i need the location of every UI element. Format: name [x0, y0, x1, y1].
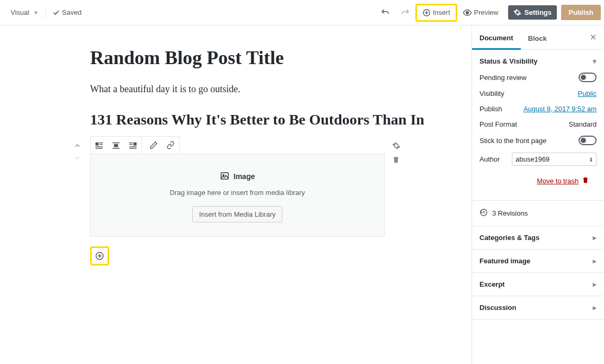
saved-status: Saved: [47, 5, 87, 20]
svg-point-3: [466, 11, 468, 14]
post-format-label: Post Format: [479, 120, 517, 128]
insert-from-media-library-button[interactable]: Insert from Media Library: [192, 206, 283, 223]
block-mover: [73, 141, 82, 164]
panel-categories[interactable]: Categories & Tags ▸: [472, 226, 604, 250]
image-label-row: Image: [220, 171, 255, 182]
trash-icon: [582, 176, 589, 185]
link-button[interactable]: [162, 137, 179, 154]
align-group: [91, 137, 142, 154]
publish-value-link[interactable]: August 8, 2017 9:52 am: [523, 105, 597, 113]
block-settings-icon[interactable]: [392, 141, 401, 152]
visual-label: Visual: [11, 8, 29, 16]
svg-point-18: [223, 174, 224, 175]
image-dropzone[interactable]: Image Drag image here or insert from med…: [91, 154, 384, 236]
post-heading[interactable]: 131 Reasons Why It's Better to Be Outdoo…: [90, 110, 461, 130]
sidebar: Document Block ✕ Status & Visibility ▾ P…: [472, 25, 604, 364]
align-right-button[interactable]: [125, 137, 141, 154]
main-wrap: Random Blog Post Title What a beautiful …: [0, 25, 604, 364]
panel-excerpt[interactable]: Excerpt ▸: [472, 273, 604, 296]
chevron-down-icon: ▼: [33, 10, 38, 15]
post-format-value: Standard: [569, 120, 597, 128]
image-block[interactable]: Image Drag image here or insert from med…: [90, 154, 385, 237]
author-value: abuse1969: [516, 155, 549, 163]
preview-button[interactable]: Preview: [457, 5, 504, 21]
redo-button[interactable]: [395, 5, 415, 21]
svg-rect-14: [129, 144, 132, 145]
insert-button-highlighted: Insert: [415, 4, 457, 22]
select-caret-icon: ▲▼: [589, 157, 593, 162]
post-format-row: Post Format Standard: [479, 120, 597, 128]
panel-status: Status & Visibility ▾ Pending review Vis…: [472, 50, 604, 201]
image-label: Image: [234, 172, 255, 181]
tab-document[interactable]: Document: [472, 25, 521, 50]
visual-mode-dropdown[interactable]: Visual ▼: [5, 5, 43, 20]
align-left-button[interactable]: [91, 137, 108, 154]
move-down-button[interactable]: [73, 154, 82, 164]
panel-revisions[interactable]: 3 Revisions: [472, 201, 604, 226]
svg-rect-5: [100, 143, 103, 144]
chevron-right-icon: ▸: [593, 304, 597, 312]
publish-row: Publish August 8, 2017 9:52 am: [479, 105, 597, 113]
publish-button[interactable]: Publish: [561, 5, 601, 20]
check-icon: [52, 9, 60, 16]
top-toolbar: Visual ▼ Saved Insert Preview: [0, 0, 604, 25]
close-icon: ✕: [590, 33, 597, 42]
move-to-trash-link[interactable]: Move to trash: [537, 177, 579, 185]
top-toolbar-right: Insert Preview Settings Publish: [375, 4, 601, 22]
panel-revisions-header[interactable]: 3 Revisions: [472, 201, 604, 226]
sidebar-tabs: Document Block ✕: [472, 25, 604, 50]
image-icon: [220, 171, 229, 182]
edit-button[interactable]: [145, 137, 162, 154]
preview-label: Preview: [474, 8, 499, 16]
panel-featured-title: Featured image: [479, 257, 530, 265]
settings-button[interactable]: Settings: [508, 5, 557, 20]
chevron-right-icon: ▸: [593, 257, 597, 265]
panel-categories-title: Categories & Tags: [479, 234, 539, 242]
undo-button[interactable]: [375, 5, 395, 21]
svg-rect-12: [134, 143, 137, 146]
pending-review-label: Pending review: [479, 74, 527, 82]
image-hint: Drag image here or insert from media lib…: [101, 189, 374, 197]
history-icon: [479, 208, 488, 218]
panel-discussion[interactable]: Discussion ▸: [472, 296, 604, 319]
block-delete-icon[interactable]: [392, 156, 401, 165]
visibility-row: Visibility Public: [479, 90, 597, 97]
panel-status-header[interactable]: Status & Visibility ▾: [472, 50, 604, 73]
insert-label: Insert: [433, 8, 450, 16]
tab-block[interactable]: Block: [521, 26, 554, 49]
move-up-button[interactable]: [73, 141, 82, 152]
post-paragraph[interactable]: What a beautiful day it is to go outside…: [90, 84, 461, 95]
panel-featured[interactable]: Featured image ▸: [472, 250, 604, 273]
stick-row: Stick to the front page: [479, 136, 597, 145]
svg-rect-4: [95, 143, 99, 146]
author-select[interactable]: abuse1969 ▲▼: [512, 153, 597, 166]
divider: [45, 7, 46, 19]
panel-discussion-title: Discussion: [479, 304, 516, 312]
revisions-label: 3 Revisions: [492, 209, 528, 217]
pending-review-row: Pending review: [479, 73, 597, 82]
sidebar-close-button[interactable]: ✕: [582, 32, 604, 42]
saved-label: Saved: [62, 8, 82, 16]
svg-rect-9: [112, 143, 120, 144]
stick-label: Stick to the front page: [479, 137, 546, 145]
svg-rect-16: [129, 148, 137, 149]
visibility-value-link[interactable]: Public: [578, 90, 597, 97]
svg-rect-13: [129, 143, 132, 144]
insert-button[interactable]: Insert: [417, 5, 456, 20]
add-block-button-highlighted[interactable]: [90, 246, 109, 265]
block-toolbar: [90, 136, 180, 154]
chevron-right-icon: ▸: [593, 234, 597, 242]
panel-status-title: Status & Visibility: [479, 57, 538, 65]
svg-rect-11: [112, 148, 120, 149]
align-center-button[interactable]: [108, 137, 125, 154]
stick-toggle[interactable]: [579, 136, 597, 145]
editor-inner: Random Blog Post Title What a beautiful …: [90, 47, 461, 265]
post-title[interactable]: Random Blog Post Title: [90, 47, 461, 69]
image-block-container: Image Drag image here or insert from med…: [90, 136, 385, 237]
pending-review-toggle[interactable]: [579, 73, 597, 82]
publish-label: Publish: [479, 105, 502, 113]
svg-rect-6: [100, 144, 103, 145]
panel-excerpt-title: Excerpt: [479, 280, 505, 288]
chevron-down-icon: ▾: [593, 57, 597, 65]
block-side-actions: [392, 141, 401, 165]
